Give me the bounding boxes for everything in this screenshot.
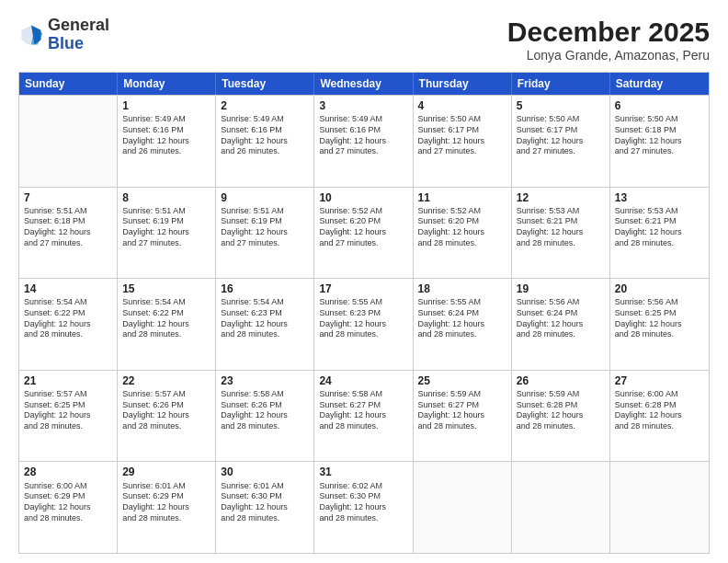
calendar-header-cell: Tuesday: [216, 73, 314, 95]
logo-text: General Blue: [48, 17, 109, 53]
calendar-cell: 7Sunrise: 5:51 AM Sunset: 6:18 PM Daylig…: [19, 188, 118, 279]
cell-info: Sunrise: 5:55 AM Sunset: 6:23 PM Dayligh…: [319, 297, 407, 340]
calendar-header-cell: Friday: [512, 73, 610, 95]
calendar-cell: 22Sunrise: 5:57 AM Sunset: 6:26 PM Dayli…: [118, 371, 216, 462]
day-number: 31: [319, 465, 407, 479]
day-number: 16: [221, 282, 309, 296]
cell-info: Sunrise: 5:57 AM Sunset: 6:26 PM Dayligh…: [122, 389, 210, 432]
day-number: 17: [319, 282, 407, 296]
calendar-cell: 23Sunrise: 5:58 AM Sunset: 6:26 PM Dayli…: [216, 371, 314, 462]
cell-info: Sunrise: 5:55 AM Sunset: 6:24 PM Dayligh…: [418, 297, 506, 340]
subtitle: Lonya Grande, Amazonas, Peru: [507, 48, 710, 63]
logo-blue-text: Blue: [48, 35, 109, 53]
cell-info: Sunrise: 5:56 AM Sunset: 6:25 PM Dayligh…: [615, 297, 704, 340]
day-number: 3: [319, 98, 407, 113]
calendar-cell: 2Sunrise: 5:49 AM Sunset: 6:16 PM Daylig…: [216, 96, 314, 187]
header: General Blue December 2025 Lonya Grande,…: [18, 17, 710, 63]
calendar-cell: 10Sunrise: 5:52 AM Sunset: 6:20 PM Dayli…: [314, 188, 413, 279]
cell-info: Sunrise: 5:59 AM Sunset: 6:27 PM Dayligh…: [418, 389, 506, 432]
day-number: 14: [24, 282, 112, 296]
day-number: 1: [122, 98, 210, 113]
day-number: 24: [319, 373, 407, 388]
day-number: 10: [319, 190, 407, 205]
day-number: 9: [221, 190, 309, 205]
day-number: 26: [517, 373, 605, 388]
cell-info: Sunrise: 5:52 AM Sunset: 6:20 PM Dayligh…: [418, 206, 506, 249]
calendar-cell: 30Sunrise: 6:01 AM Sunset: 6:30 PM Dayli…: [216, 462, 314, 553]
logo-icon: [18, 22, 44, 48]
calendar-cell: 20Sunrise: 5:56 AM Sunset: 6:25 PM Dayli…: [610, 279, 709, 370]
cell-info: Sunrise: 6:00 AM Sunset: 6:29 PM Dayligh…: [24, 481, 112, 524]
main-title: December 2025: [507, 17, 710, 48]
cell-info: Sunrise: 6:00 AM Sunset: 6:28 PM Dayligh…: [615, 389, 704, 432]
calendar-week: 1Sunrise: 5:49 AM Sunset: 6:16 PM Daylig…: [19, 95, 709, 187]
cell-info: Sunrise: 5:56 AM Sunset: 6:24 PM Dayligh…: [517, 297, 605, 340]
cell-info: Sunrise: 5:51 AM Sunset: 6:18 PM Dayligh…: [24, 206, 112, 249]
calendar-cell: [19, 96, 118, 187]
calendar-cell: 19Sunrise: 5:56 AM Sunset: 6:24 PM Dayli…: [512, 279, 610, 370]
calendar-cell: 3Sunrise: 5:49 AM Sunset: 6:16 PM Daylig…: [314, 96, 413, 187]
day-number: 28: [24, 465, 112, 479]
calendar-cell: 13Sunrise: 5:53 AM Sunset: 6:21 PM Dayli…: [610, 188, 709, 279]
calendar-cell: 28Sunrise: 6:00 AM Sunset: 6:29 PM Dayli…: [19, 462, 118, 553]
calendar-cell: 27Sunrise: 6:00 AM Sunset: 6:28 PM Dayli…: [610, 371, 709, 462]
day-number: 23: [221, 373, 309, 388]
cell-info: Sunrise: 5:54 AM Sunset: 6:22 PM Dayligh…: [122, 297, 210, 340]
logo: General Blue: [18, 17, 109, 53]
day-number: 8: [122, 190, 210, 205]
cell-info: Sunrise: 5:49 AM Sunset: 6:16 PM Dayligh…: [221, 114, 309, 157]
calendar-cell: 4Sunrise: 5:50 AM Sunset: 6:17 PM Daylig…: [414, 96, 512, 187]
calendar-cell: 12Sunrise: 5:53 AM Sunset: 6:21 PM Dayli…: [512, 188, 610, 279]
calendar-cell: 5Sunrise: 5:50 AM Sunset: 6:17 PM Daylig…: [512, 96, 610, 187]
calendar-week: 14Sunrise: 5:54 AM Sunset: 6:22 PM Dayli…: [19, 278, 709, 370]
page: General Blue December 2025 Lonya Grande,…: [0, 0, 728, 563]
day-number: 25: [418, 373, 506, 388]
calendar-cell: 29Sunrise: 6:01 AM Sunset: 6:29 PM Dayli…: [118, 462, 216, 553]
cell-info: Sunrise: 5:49 AM Sunset: 6:16 PM Dayligh…: [319, 114, 407, 157]
day-number: 5: [517, 98, 605, 113]
calendar-cell: 17Sunrise: 5:55 AM Sunset: 6:23 PM Dayli…: [314, 279, 413, 370]
day-number: 20: [615, 282, 704, 296]
cell-info: Sunrise: 5:59 AM Sunset: 6:28 PM Dayligh…: [517, 389, 605, 432]
calendar-week: 21Sunrise: 5:57 AM Sunset: 6:25 PM Dayli…: [19, 370, 709, 462]
calendar-header-cell: Monday: [118, 73, 216, 95]
day-number: 11: [418, 190, 506, 205]
calendar-cell: 16Sunrise: 5:54 AM Sunset: 6:23 PM Dayli…: [216, 279, 314, 370]
calendar-cell: [414, 462, 512, 553]
cell-info: Sunrise: 5:50 AM Sunset: 6:18 PM Dayligh…: [615, 114, 704, 157]
calendar-cell: 9Sunrise: 5:51 AM Sunset: 6:19 PM Daylig…: [216, 188, 314, 279]
day-number: 18: [418, 282, 506, 296]
calendar-cell: 6Sunrise: 5:50 AM Sunset: 6:18 PM Daylig…: [610, 96, 709, 187]
day-number: 7: [24, 190, 112, 205]
cell-info: Sunrise: 5:50 AM Sunset: 6:17 PM Dayligh…: [418, 114, 506, 157]
calendar-cell: 14Sunrise: 5:54 AM Sunset: 6:22 PM Dayli…: [19, 279, 118, 370]
calendar-cell: [610, 462, 709, 553]
logo-general-text: General: [48, 17, 109, 35]
day-number: 27: [615, 373, 704, 388]
calendar-header-cell: Sunday: [19, 73, 118, 95]
day-number: 21: [24, 373, 112, 388]
calendar-cell: [512, 462, 610, 553]
cell-info: Sunrise: 5:53 AM Sunset: 6:21 PM Dayligh…: [517, 206, 605, 249]
calendar-header-cell: Saturday: [610, 73, 709, 95]
calendar-header-cell: Wednesday: [314, 73, 413, 95]
calendar-cell: 15Sunrise: 5:54 AM Sunset: 6:22 PM Dayli…: [118, 279, 216, 370]
calendar-cell: 1Sunrise: 5:49 AM Sunset: 6:16 PM Daylig…: [118, 96, 216, 187]
calendar-cell: 11Sunrise: 5:52 AM Sunset: 6:20 PM Dayli…: [414, 188, 512, 279]
calendar-cell: 21Sunrise: 5:57 AM Sunset: 6:25 PM Dayli…: [19, 371, 118, 462]
day-number: 6: [615, 98, 704, 113]
cell-info: Sunrise: 5:51 AM Sunset: 6:19 PM Dayligh…: [221, 206, 309, 249]
calendar-body: 1Sunrise: 5:49 AM Sunset: 6:16 PM Daylig…: [19, 95, 709, 553]
calendar-header-cell: Thursday: [414, 73, 512, 95]
day-number: 29: [122, 465, 210, 479]
title-block: December 2025 Lonya Grande, Amazonas, Pe…: [507, 17, 710, 63]
day-number: 30: [221, 465, 309, 479]
cell-info: Sunrise: 5:51 AM Sunset: 6:19 PM Dayligh…: [122, 206, 210, 249]
cell-info: Sunrise: 6:01 AM Sunset: 6:29 PM Dayligh…: [122, 481, 210, 524]
cell-info: Sunrise: 6:02 AM Sunset: 6:30 PM Dayligh…: [319, 481, 407, 524]
calendar-week: 7Sunrise: 5:51 AM Sunset: 6:18 PM Daylig…: [19, 187, 709, 279]
cell-info: Sunrise: 5:58 AM Sunset: 6:26 PM Dayligh…: [221, 389, 309, 432]
calendar-week: 28Sunrise: 6:00 AM Sunset: 6:29 PM Dayli…: [19, 461, 709, 553]
cell-info: Sunrise: 5:54 AM Sunset: 6:23 PM Dayligh…: [221, 297, 309, 340]
calendar-cell: 24Sunrise: 5:58 AM Sunset: 6:27 PM Dayli…: [314, 371, 413, 462]
